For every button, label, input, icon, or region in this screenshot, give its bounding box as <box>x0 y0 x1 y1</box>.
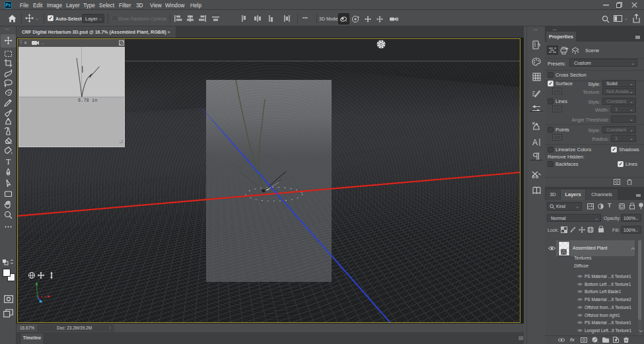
svg-text:6.78 in: 6.78 in <box>78 98 97 103</box>
svg-text:A: A <box>532 138 538 147</box>
svg-text:T: T <box>6 157 11 166</box>
